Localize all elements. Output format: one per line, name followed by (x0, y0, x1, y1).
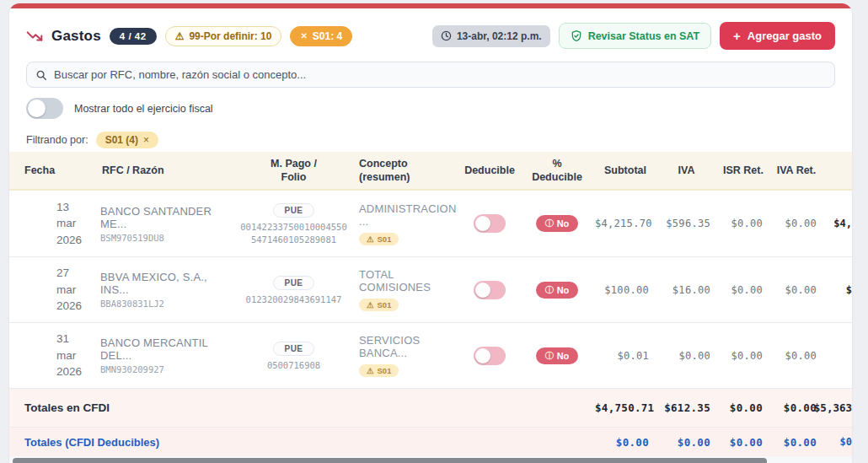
col-header-iva: IVA (656, 164, 717, 177)
col-header-mpago-folio: M. Pago / Folio (237, 157, 351, 185)
cell-subtotal: $0.01 (595, 350, 656, 362)
fiscal-toggle-label: Mostrar todo el ejercicio fiscal (74, 103, 213, 115)
totals-iva: $612.35 (656, 401, 717, 414)
search-icon (35, 69, 47, 81)
cell-concepto: SERVICIOS BANCA... ⚠S01 (351, 334, 460, 377)
payment-method-badge: PUE (273, 203, 313, 218)
pct-deducible-badge: ⓘNo (536, 215, 579, 232)
toggle-knob (475, 283, 490, 298)
info-icon: ⓘ (545, 284, 554, 296)
cell-total-clipped: $ (823, 284, 852, 296)
cell-rfc-razon: BANCO MERCANTIL DEL... BMN930209927 (94, 336, 237, 374)
deducible-toggle[interactable] (474, 214, 506, 233)
expense-row[interactable]: 13mar2026 BANCO SANTANDER ME... BSM97051… (9, 191, 852, 256)
filter-chip-por-definir[interactable]: ⚠ 99-Por definir: 10 (165, 26, 282, 46)
cell-pct-deducible: ⓘNo (519, 347, 595, 364)
agregar-gasto-button[interactable]: + Agregar gasto (720, 22, 835, 50)
deducible-toggle[interactable] (474, 347, 506, 365)
revisar-sat-button[interactable]: Revisar Status en SAT (559, 23, 711, 49)
filter-chip-s01[interactable]: ✕ S01: 4 (290, 26, 352, 46)
cell-fecha: 31mar2026 (9, 331, 94, 380)
warning-icon: ⚠ (367, 300, 374, 310)
cell-mpago-folio: PUE 0500716908 (237, 340, 351, 371)
cell-mpago-folio: PUE 001422337500100045505471460105289081 (237, 202, 351, 245)
col-header-subtotal: Subtotal (595, 164, 656, 177)
shield-check-icon (571, 30, 582, 42)
cell-fecha: 27mar2026 (9, 265, 94, 315)
clock-icon (441, 30, 452, 41)
active-filter-chip-s01[interactable]: S01 (4) × (96, 132, 158, 148)
cell-pct-deducible: ⓘNo (519, 282, 595, 299)
s01-tag-badge: ⚠S01 (359, 299, 399, 311)
payment-method-badge: PUE (273, 342, 313, 356)
col-header-rfc-razon: RFC / Razón (94, 164, 237, 177)
warning-icon: ⚠ (367, 234, 374, 244)
cell-isr-ret: $0.00 (717, 350, 769, 362)
col-header-concepto: Concepto (resumen) (351, 157, 460, 185)
search-input[interactable] (54, 68, 826, 81)
toggle-knob (475, 348, 490, 363)
payment-method-badge: PUE (273, 276, 313, 290)
close-icon: ✕ (300, 31, 307, 40)
last-update-timestamp: 13-abr, 02:12 p.m. (432, 25, 550, 47)
cell-rfc-razon: BBVA MEXICO, S.A., INS... BBA830831LJ2 (94, 271, 237, 309)
trending-down-icon (26, 30, 43, 42)
totals-isr-ret: $0.00 (717, 401, 769, 414)
gastos-panel: Gastos 4 / 42 ⚠ 99-Por definir: 10 ✕ S01… (9, 3, 852, 463)
toggle-knob (475, 216, 490, 231)
cell-mpago-folio: PUE 012320029843691147 (237, 274, 351, 305)
info-icon: ⓘ (545, 350, 554, 362)
col-header-fecha: Fecha (9, 164, 94, 177)
pct-deducible-badge: ⓘNo (536, 347, 579, 364)
info-icon: ⓘ (545, 218, 554, 229)
deducibles-subtotal: $0.00 (595, 436, 656, 449)
cell-iva-ret: $0.00 (769, 218, 823, 229)
cell-rfc-razon: BANCO SANTANDER ME... BSM970519DU8 (94, 205, 237, 243)
cell-deducible (460, 281, 519, 299)
remove-filter-icon: × (143, 134, 149, 146)
s01-tag-badge: ⚠S01 (359, 364, 399, 377)
cell-iva: $16.00 (656, 284, 717, 296)
search-bar (26, 62, 835, 88)
deducible-toggle[interactable] (474, 281, 506, 299)
totals-total-clipped: $5,363 (823, 401, 852, 414)
cell-iva: $0.00 (656, 350, 717, 362)
deducibles-iva-ret: $0.00 (769, 436, 823, 449)
filtering-by-label: Filtrando por: (26, 134, 88, 146)
page-title: Gastos (51, 28, 101, 45)
toggle-knob (28, 100, 46, 117)
totals-cfdi-label: Totales en CFDI (9, 401, 595, 414)
pct-deducible-badge: ⓘNo (536, 282, 579, 299)
cell-subtotal: $4,215.70 (595, 218, 656, 229)
totals-cfdi-row: Totales en CFDI $4,750.71 $612.35 $0.00 … (9, 388, 852, 427)
col-header-pct-deducible: % Deducible (519, 157, 595, 185)
deducibles-iva: $0.00 (656, 436, 717, 449)
s01-tag-badge: ⚠S01 (359, 233, 399, 245)
cell-concepto: TOTAL COMISIONES ⚠S01 (351, 268, 460, 311)
col-header-iva-ret: IVA Ret. (769, 164, 823, 177)
totals-deducibles-row: Totales (CFDI Deducibles) $0.00 $0.00 $0… (9, 427, 852, 456)
expense-row[interactable]: 27mar2026 BBVA MEXICO, S.A., INS... BBA8… (9, 256, 852, 322)
panel-header: Gastos 4 / 42 ⚠ 99-Por definir: 10 ✕ S01… (9, 8, 852, 53)
cell-isr-ret: $0.00 (717, 284, 769, 296)
warning-icon: ⚠ (367, 366, 374, 375)
warning-icon: ⚠ (175, 31, 185, 41)
scrollbar-thumb[interactable] (13, 458, 767, 463)
expense-row[interactable]: 31mar2026 BANCO MERCANTIL DEL... BMN9302… (9, 322, 852, 388)
cell-iva-ret: $0.00 (769, 284, 823, 296)
cell-pct-deducible: ⓘNo (519, 215, 595, 232)
totals-deducibles-label: Totales (CFDI Deducibles) (9, 436, 595, 449)
cell-deducible (460, 214, 519, 233)
active-filters-row: Filtrando por: S01 (4) × (26, 132, 835, 148)
totals-subtotal: $4,750.71 (595, 401, 656, 414)
cell-iva: $596.35 (656, 218, 717, 229)
cell-subtotal: $100.00 (595, 284, 656, 296)
plus-icon: + (733, 29, 741, 43)
fiscal-toggle-row: Mostrar todo el ejercicio fiscal (26, 98, 835, 119)
col-header-deducible: Deducible (460, 164, 519, 177)
deducibles-total-clipped: $0 (823, 436, 852, 448)
fiscal-year-toggle[interactable] (26, 98, 63, 119)
cell-iva-ret: $0.00 (769, 350, 823, 362)
deducibles-isr-ret: $0.00 (717, 436, 769, 449)
table-header-row: Fecha RFC / Razón M. Pago / Folio Concep… (9, 152, 852, 191)
